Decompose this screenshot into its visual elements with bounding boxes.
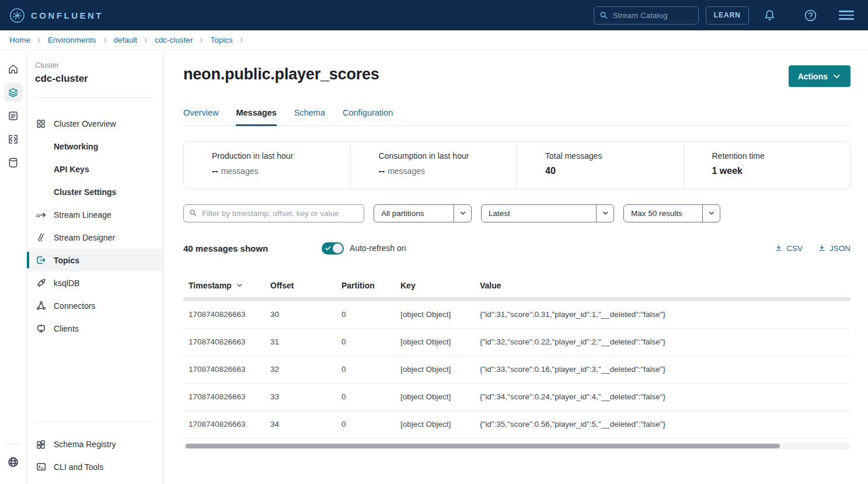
learn-button[interactable]: LEARN [706,6,749,25]
cell-timestamp: 1708740826663 [189,310,270,319]
download-json-link[interactable]: JSON [818,244,850,253]
rail-environment-button[interactable] [4,83,23,102]
download-csv-link[interactable]: CSV [775,244,803,253]
rail-notes-button[interactable] [4,106,23,125]
sidebar-item-stream-lineage[interactable]: Stream Lineage [27,203,163,226]
table-row[interactable]: 1708740826663 30 0 [object Object] {"id"… [183,301,850,329]
cell-key: [object Object] [400,337,480,346]
messages-toolbar: 40 messages shown Auto-refresh on CSV [183,242,850,255]
table-row[interactable]: 1708740826663 31 0 [object Object] {"id"… [183,329,850,356]
cell-offset: 32 [270,365,341,374]
tab-messages[interactable]: Messages [236,108,276,126]
column-header-timestamp[interactable]: Timestamp [189,281,270,290]
stat-label: Retention time [712,151,845,161]
chevron-down-icon[interactable] [454,205,471,222]
database-icon [7,156,19,169]
stream-catalog-input[interactable] [594,6,699,25]
table-row[interactable]: 1708740826663 33 0 [object Object] {"id"… [183,384,850,411]
topic-stats-card: Production in last hour --messages Consu… [183,141,850,189]
breadcrumb-cdc-cluster[interactable]: cdc-cluster [155,36,193,44]
confluent-brand[interactable]: CONFLUENT [9,8,103,23]
rail-stream-processing-button[interactable] [4,130,23,148]
cell-partition: 0 [341,420,400,429]
rail-storage-button[interactable] [4,153,23,172]
topic-tabs: Overview Messages Schema Configuration [183,108,850,126]
tab-schema[interactable]: Schema [294,108,325,126]
sidebar-item-label: Networking [54,142,98,151]
sidebar-item-label: Clients [54,324,79,333]
chevron-down-icon[interactable] [596,205,613,222]
sidebar-item-cluster-overview[interactable]: Cluster Overview [27,112,163,135]
breadcrumb-environments[interactable]: Environments [48,36,96,44]
column-header-value[interactable]: Value [480,281,850,290]
cell-key: [object Object] [400,392,480,401]
sidebar-item-cluster-settings[interactable]: Cluster Settings [27,180,163,203]
cell-value: {"id":31,"score":0.31,"player_id":1,"__d… [480,310,850,319]
sidebar-item-api-keys[interactable]: API Keys [27,158,163,180]
sidebar-item-topics[interactable]: Topics [27,249,163,271]
horizontal-scrollbar-thumb[interactable] [186,444,780,448]
cell-partition: 0 [341,310,400,319]
cell-value: {"id":33,"score":0.16,"player_id":3,"__d… [480,365,850,374]
column-header-key[interactable]: Key [400,281,480,290]
cell-timestamp: 1708740826663 [189,420,270,429]
column-header-offset[interactable]: Offset [270,281,341,290]
sidebar-item-stream-designer[interactable]: Stream Designer [27,226,163,249]
schema-registry-icon [35,439,47,450]
stat-label: Total messages [545,151,678,161]
column-header-label: Offset [270,281,294,290]
breadcrumb-home[interactable]: Home [9,36,30,44]
column-header-partition[interactable]: Partition [341,281,400,290]
tab-configuration[interactable]: Configuration [343,108,393,126]
stream-processing-icon [7,133,19,145]
breadcrumb-topics[interactable]: Topics [210,36,232,44]
stat-production: Production in last hour --messages [184,142,350,189]
clients-icon [35,323,47,334]
partition-dropdown[interactable]: All partitions [374,204,472,222]
cell-partition: 0 [341,365,400,374]
stat-retention-time: Retention time 1 week [684,142,850,189]
document-icon [7,110,19,122]
sidebar-item-clients[interactable]: Clients [27,317,163,340]
sidebar-item-networking[interactable]: Networking [27,135,163,158]
partition-dropdown-value: All partitions [374,205,454,222]
table-row[interactable]: 1708740826663 32 0 [object Object] {"id"… [183,356,850,384]
message-filter-search[interactable] [183,204,364,222]
confluent-logo [9,8,25,23]
topic-main-panel: neon.public.player_scores Actions Overvi… [164,50,868,484]
column-header-label: Timestamp [189,281,232,290]
sidebar-item-schema-registry[interactable]: Schema Registry [27,433,163,455]
column-header-label: Value [480,281,501,290]
stat-consumption: Consumption in last hour --messages [350,142,517,189]
column-header-label: Key [400,281,416,290]
sidebar-item-label: Stream Designer [54,233,115,242]
offset-dropdown[interactable]: Latest [481,204,614,222]
sidebar-item-connectors[interactable]: Connectors [27,294,163,317]
notifications-button[interactable] [749,9,790,22]
max-results-dropdown[interactable]: Max 50 results [623,204,720,222]
message-filter-input[interactable] [183,204,364,222]
rail-home-button[interactable] [4,60,23,78]
auto-refresh-toggle[interactable] [322,242,344,255]
table-row[interactable]: 1708740826663 34 0 [object Object] {"id"… [183,411,850,438]
chevron-right-icon [198,37,204,43]
stream-catalog-search[interactable] [594,6,699,25]
breadcrumb-default[interactable]: default [114,36,138,44]
cell-offset: 33 [270,392,341,401]
sidebar-item-cli-and-tools[interactable]: CLI and Tools [27,455,163,478]
actions-button[interactable]: Actions [789,65,850,87]
chevron-right-icon [239,37,245,43]
sidebar-item-ksqldb[interactable]: ksqlDB [27,271,163,294]
sidebar-item-label: Connectors [54,301,96,311]
horizontal-scrollbar[interactable] [183,443,850,450]
column-header-label: Partition [341,281,375,290]
tab-overview[interactable]: Overview [183,108,218,126]
help-button[interactable] [790,9,831,22]
home-icon [7,63,19,75]
chevron-down-icon[interactable] [702,205,720,222]
rail-support-button[interactable] [4,452,23,471]
cluster-label: Cluster [27,61,163,69]
table-header-bar [183,297,850,301]
confluent-app: CONFLUENT LEARN [0,0,868,484]
menu-icon[interactable] [839,11,854,20]
